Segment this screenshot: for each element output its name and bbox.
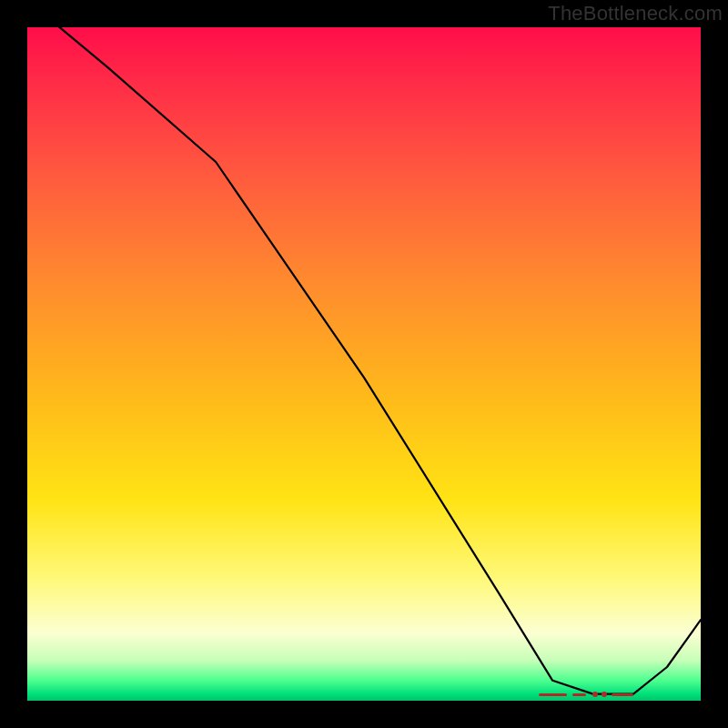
attribution-label: TheBottleneck.com: [548, 2, 723, 25]
curve-path: [27, 0, 701, 693]
optimal-marker: [539, 692, 633, 701]
bottleneck-curve: [27, 27, 701, 701]
chart-frame: TheBottleneck.com: [0, 0, 728, 728]
plot-area: [27, 27, 701, 701]
